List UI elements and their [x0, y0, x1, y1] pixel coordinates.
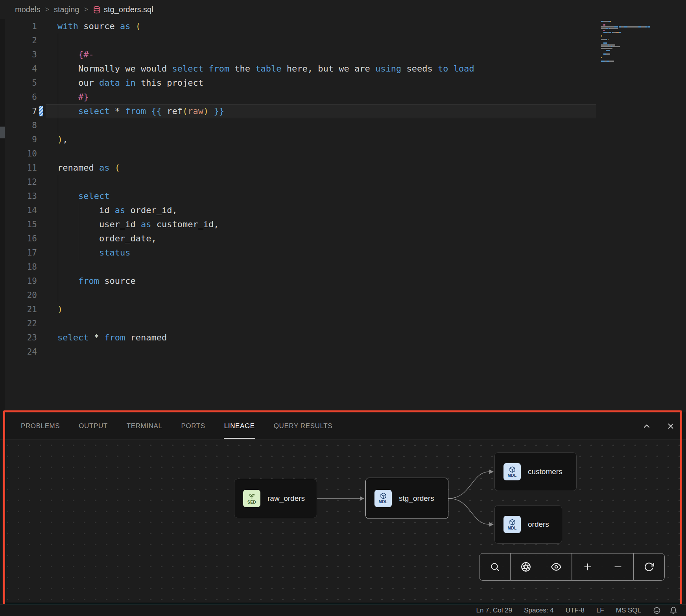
copilot-icon[interactable] — [653, 607, 661, 614]
file-name: stg_orders.sql — [104, 5, 153, 14]
zoom-out-button[interactable] — [603, 553, 633, 580]
code-line[interactable]: id as order_id, — [57, 203, 474, 217]
breadcrumb-item-models[interactable]: models — [15, 5, 40, 14]
activity-bar-indicator — [0, 127, 5, 138]
node-label: stg_orders — [399, 494, 434, 503]
bell-icon[interactable] — [669, 607, 677, 614]
line-number[interactable]: 19 — [0, 274, 37, 288]
code-editor[interactable]: 123456789101112131415161718192021222324 … — [0, 19, 686, 412]
code-line[interactable]: select — [57, 189, 474, 203]
code-line[interactable]: Normally we would select from the table … — [57, 62, 474, 76]
node-label: customers — [528, 467, 562, 476]
line-number[interactable]: 22 — [0, 316, 37, 331]
status-item[interactable]: Spaces: 4 — [524, 607, 554, 614]
line-number[interactable]: 23 — [0, 331, 37, 345]
line-number[interactable]: 24 — [0, 345, 37, 359]
panel-tab-problems[interactable]: PROBLEMS — [20, 413, 60, 439]
line-number[interactable]: 9 — [0, 132, 37, 147]
cube-icon — [509, 519, 516, 526]
search-icon — [490, 562, 500, 572]
line-number-gutter: 123456789101112131415161718192021222324 — [0, 19, 37, 359]
lineage-canvas[interactable]: SEDraw_ordersMDLstg_ordersMDLcustomersMD… — [2, 440, 684, 602]
line-7-decoration-icon — [39, 106, 43, 116]
breadcrumb-item-file[interactable]: stg_orders.sql — [93, 5, 153, 14]
status-item[interactable]: UTF-8 — [566, 607, 585, 614]
code-line[interactable]: status — [57, 246, 474, 260]
model-badge: MDL — [503, 463, 521, 480]
code-line[interactable]: with source as ( — [57, 19, 474, 33]
line-number[interactable]: 8 — [0, 118, 37, 132]
line-number[interactable]: 2 — [0, 33, 37, 48]
code-line[interactable] — [57, 147, 474, 161]
aperture-icon — [521, 562, 531, 572]
panel-tab-terminal[interactable]: TERMINAL — [126, 413, 163, 439]
line-number[interactable]: 18 — [0, 260, 37, 274]
panel-tab-query-results[interactable]: QUERY RESULTS — [273, 413, 333, 439]
activity-bar-edge — [0, 19, 5, 412]
breadcrumb-item-staging[interactable]: staging — [54, 5, 79, 14]
panel-tab-output[interactable]: OUTPUT — [78, 413, 108, 439]
line-number[interactable]: 5 — [0, 76, 37, 90]
code-line[interactable]: from source — [57, 274, 474, 288]
line-number[interactable]: 13 — [0, 189, 37, 203]
code-lines[interactable]: with source as ( {#- Normally we would s… — [57, 19, 474, 359]
aperture-button[interactable] — [511, 553, 541, 580]
search-button[interactable] — [479, 553, 510, 580]
line-number[interactable]: 7 — [0, 104, 37, 118]
code-line[interactable]: select * from {{ ref(raw) }} — [57, 104, 474, 118]
lineage-node-customers[interactable]: MDLcustomers — [494, 452, 577, 491]
code-line[interactable] — [57, 288, 474, 302]
line-number[interactable]: 3 — [0, 48, 37, 62]
code-line[interactable] — [57, 260, 474, 274]
line-number[interactable]: 10 — [0, 147, 37, 161]
line-number[interactable]: 11 — [0, 161, 37, 175]
seedling-icon — [249, 493, 255, 500]
status-bar: Ln 7, Col 29Spaces: 4UTF-8LFMS SQL — [0, 604, 686, 616]
status-item[interactable]: Ln 7, Col 29 — [476, 607, 512, 614]
line-number[interactable]: 1 — [0, 19, 37, 33]
status-item[interactable]: LF — [596, 607, 604, 614]
database-icon — [93, 6, 101, 14]
minimap[interactable] — [601, 21, 672, 64]
code-line[interactable]: order_date, — [57, 232, 474, 246]
close-icon[interactable] — [666, 422, 675, 430]
lineage-node-stg_orders[interactable]: MDLstg_orders — [365, 478, 448, 519]
line-number[interactable]: 4 — [0, 62, 37, 76]
code-line[interactable]: {#- — [57, 48, 474, 62]
code-line[interactable] — [57, 316, 474, 331]
status-item[interactable]: MS SQL — [616, 607, 641, 614]
line-number[interactable]: 14 — [0, 203, 37, 217]
refresh-button[interactable] — [634, 553, 664, 580]
line-number[interactable]: 20 — [0, 288, 37, 302]
line-number[interactable]: 15 — [0, 217, 37, 232]
panel-actions — [642, 412, 675, 440]
line-number[interactable]: 21 — [0, 302, 37, 316]
line-number[interactable]: 6 — [0, 90, 37, 104]
bottom-panel: PROBLEMSOUTPUTTERMINALPORTSLINEAGEQUERY … — [0, 412, 686, 604]
code-line[interactable] — [57, 33, 474, 48]
visibility-button[interactable] — [541, 553, 572, 580]
code-line[interactable] — [57, 118, 474, 132]
code-line[interactable]: user_id as customer_id, — [57, 217, 474, 232]
code-line[interactable]: our data in this project — [57, 76, 474, 90]
code-line[interactable] — [57, 345, 474, 359]
status-items: Ln 7, Col 29Spaces: 4UTF-8LFMS SQL — [476, 607, 641, 614]
panel-tab-ports[interactable]: PORTS — [181, 413, 206, 439]
code-line[interactable]: ), — [57, 132, 474, 147]
line-number[interactable]: 12 — [0, 175, 37, 189]
chevron-up-icon[interactable] — [642, 421, 651, 431]
line-number[interactable]: 16 — [0, 232, 37, 246]
zoom-in-button[interactable] — [572, 553, 603, 580]
code-line[interactable] — [57, 175, 474, 189]
cube-icon — [509, 466, 516, 473]
code-line[interactable]: renamed as ( — [57, 161, 474, 175]
line-number[interactable]: 17 — [0, 246, 37, 260]
panel-tab-lineage[interactable]: LINEAGE — [224, 413, 255, 439]
eye-icon — [551, 562, 561, 572]
code-line[interactable]: ) — [57, 302, 474, 316]
lineage-node-orders[interactable]: MDLorders — [494, 505, 562, 544]
code-line[interactable]: select * from renamed — [57, 331, 474, 345]
lineage-node-raw_orders[interactable]: SEDraw_orders — [234, 479, 317, 518]
code-line[interactable]: #} — [57, 90, 474, 104]
model-badge: MDL — [374, 490, 392, 507]
